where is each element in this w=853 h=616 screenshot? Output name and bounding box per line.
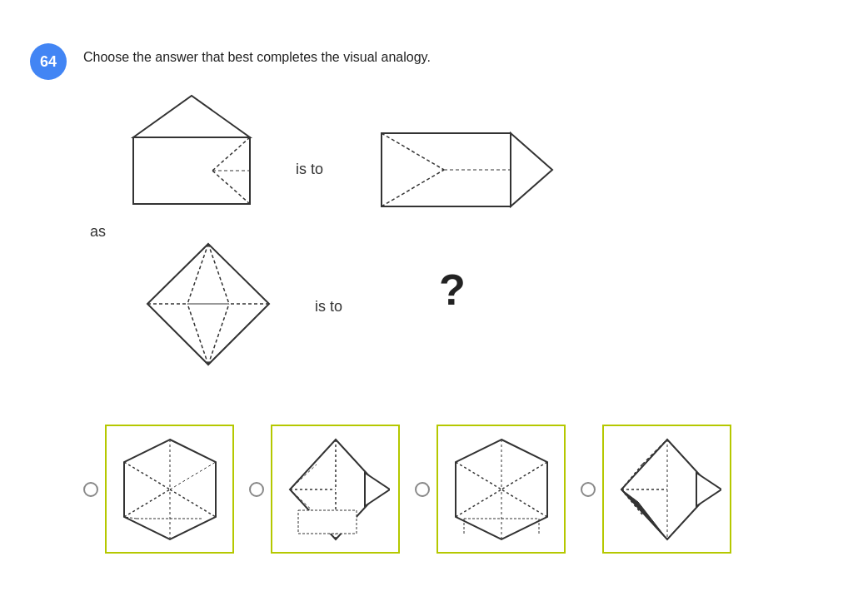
answers-area bbox=[83, 425, 731, 554]
figure-2 bbox=[377, 129, 556, 212]
radio-3[interactable] bbox=[415, 482, 430, 497]
answer-box-1[interactable] bbox=[105, 425, 234, 554]
as-label: as bbox=[90, 223, 106, 241]
is-to-label-2: is to bbox=[315, 298, 342, 315]
answer-box-3[interactable] bbox=[436, 425, 566, 554]
answer-option-4[interactable] bbox=[581, 425, 731, 554]
svg-marker-1 bbox=[133, 96, 250, 137]
is-to-label-1: is to bbox=[296, 161, 323, 178]
question-mark-symbol: ? bbox=[439, 265, 466, 315]
svg-marker-6 bbox=[511, 133, 552, 206]
radio-4[interactable] bbox=[581, 482, 596, 497]
figure-3 bbox=[140, 240, 277, 369]
svg-rect-34 bbox=[298, 510, 357, 534]
answer-box-4[interactable] bbox=[602, 425, 731, 554]
figure-1 bbox=[129, 92, 275, 212]
question-text: Choose the answer that best completes th… bbox=[83, 50, 431, 65]
answer-option-1[interactable] bbox=[83, 425, 234, 554]
radio-1[interactable] bbox=[83, 482, 98, 497]
answer-option-3[interactable] bbox=[415, 425, 566, 554]
answer-box-2[interactable] bbox=[271, 425, 400, 554]
radio-2[interactable] bbox=[249, 482, 264, 497]
answer-option-2[interactable] bbox=[249, 425, 400, 554]
svg-marker-28 bbox=[365, 473, 390, 506]
question-number-badge: 64 bbox=[30, 43, 67, 80]
svg-marker-46 bbox=[696, 473, 721, 506]
